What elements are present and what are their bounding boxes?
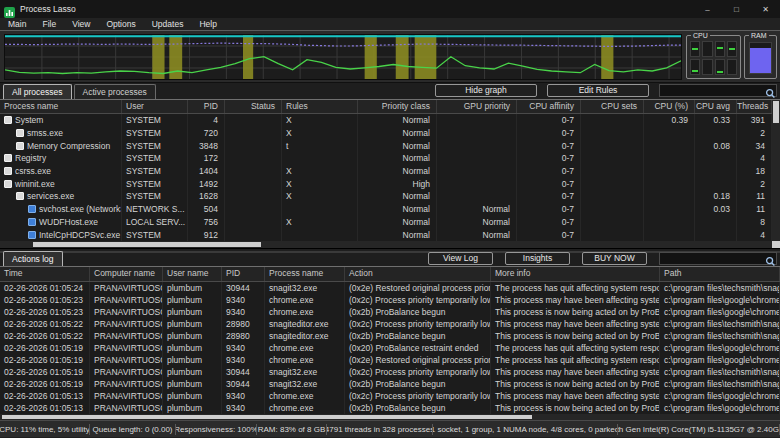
process-row[interactable]: SystemSYSTEM4XNormal0-70.390.33391 [0,114,772,127]
menu-item-help[interactable]: Help [191,18,224,30]
ram-meter [749,42,772,74]
ram-meter-panel: RAM [744,35,777,79]
column-header-computer-name[interactable]: Computer name [90,267,163,281]
process-icon [4,180,12,188]
column-header-path[interactable]: Path [660,267,780,281]
column-header-cpu[interactable]: CPU (%) [644,100,695,113]
process-name: Registry [15,153,46,163]
log-tabs: Actions log [3,253,65,266]
process-row[interactable]: wininit.exeSYSTEM1492XHigh0-72 [0,177,772,190]
process-row[interactable]: svchost.exe (NetworkSer...NETWORK S...50… [0,203,772,216]
buy-now-button[interactable]: BUY NOW [582,252,647,265]
column-header-pid[interactable]: PID [222,267,265,281]
process-table: Process nameUserPIDStatusRulesPriority c… [0,100,780,248]
log-row[interactable]: 02-26-2026 01:05:13PRANAVIRTUOSOplumbum9… [0,390,780,402]
vscroll-thumb[interactable] [773,101,779,123]
hscroll-thumb[interactable] [33,242,261,247]
column-header-status[interactable]: Status [225,100,282,113]
actions-log-table: TimeComputer nameUser namePIDProcess nam… [0,267,780,414]
insights-button[interactable]: Insights [505,252,570,265]
search-icon [765,85,776,96]
tab-active-processes[interactable]: Active processes [74,84,156,99]
process-icon [16,192,24,200]
menu-item-updates[interactable]: Updates [144,18,192,30]
status-segment-5: 1 socket, 1 group, 1 NUMA node, 4/8 core… [433,424,618,435]
process-name: csrss.exe [15,166,51,176]
menu-bar: MainFileViewOptionsUpdatesHelp [0,18,780,31]
title-bar: Process Lasso – □ ✕ [0,0,780,18]
process-icon [16,142,24,150]
column-header-more-info[interactable]: More info [491,267,660,281]
process-table-vscrollbar[interactable] [772,100,780,241]
column-header-process-name[interactable]: Process name [265,267,345,281]
process-row[interactable]: smss.exeSYSTEM720XNormal0-72 [0,127,772,140]
process-name: IntelCpHDCPSvc.exe [cpl... [39,230,122,240]
log-row[interactable]: 02-26-2026 01:05:23PRANAVIRTUOSOplumbum9… [0,294,780,306]
column-header-threads[interactable]: Threads [737,100,772,113]
maximize-button[interactable]: □ [722,0,751,18]
process-icon [28,231,36,239]
process-name: services.exe [27,191,74,201]
process-table-hscrollbar[interactable] [0,241,772,248]
log-search-input[interactable] [660,253,765,264]
status-segment-1: Queue length: 0 (0.00) [90,424,176,435]
cpu-cores-grid [690,41,737,75]
process-row[interactable]: IntelCpHDCPSvc.exe [cpl...SYSTEM912Norma… [0,228,772,241]
process-icon [28,218,36,226]
cpu-core-meter [702,59,712,75]
process-name: svchost.exe (NetworkSer... [39,204,122,214]
search-icon [765,253,776,264]
process-search-input[interactable] [660,85,765,96]
process-icon [28,205,36,213]
tab-actions-log[interactable]: Actions log [3,251,63,266]
status-segment-6: 11th Gen Intel(R) Core(TM) i5-1135G7 @ 2… [618,424,780,435]
process-row[interactable]: services.exeSYSTEM1628XNormal0-70.1811 [0,190,772,203]
column-header-cpu-sets[interactable]: CPU sets [581,100,644,113]
log-row[interactable]: 02-26-2026 01:05:19PRANAVIRTUOSOplumbum3… [0,366,780,378]
minimize-button[interactable]: – [693,0,722,18]
edit-rules-button[interactable]: Edit Rules [547,84,649,97]
log-row[interactable]: 02-26-2026 01:05:22PRANAVIRTUOSOplumbum2… [0,330,780,342]
log-row[interactable]: 02-26-2026 01:05:13PRANAVIRTUOSOplumbum9… [0,402,780,414]
hide-graph-button[interactable]: Hide graph [435,84,537,97]
process-row[interactable]: csrss.exeSYSTEM1404XNormal0-718 [0,165,772,178]
process-row[interactable]: RegistrySYSTEM172Normal0-74 [0,152,772,165]
menu-item-view[interactable]: View [64,18,98,30]
hscroll-thumb[interactable] [2,415,532,419]
log-row[interactable]: 02-26-2026 01:05:19PRANAVIRTUOSOplumbum9… [0,342,780,354]
log-row[interactable]: 02-26-2026 01:05:19PRANAVIRTUOSOplumbum3… [0,378,780,390]
column-header-rules[interactable]: Rules [282,100,358,113]
log-row[interactable]: 02-26-2026 01:05:24PRANAVIRTUOSOplumbum3… [0,282,780,294]
column-header-gpu-priority[interactable]: GPU priority [437,100,517,113]
ram-panel-label: RAM [749,32,769,39]
process-tab-row: All processesActive processes Hide graph… [0,83,780,100]
column-header-pid[interactable]: PID [188,100,225,113]
menu-item-main[interactable]: Main [0,18,34,30]
column-header-cpu-affinity[interactable]: CPU affinity [517,100,581,113]
process-icon [16,129,24,137]
process-row[interactable]: WUDFHost.exeLOCAL SERV...756XNormalNorma… [0,216,772,229]
menu-item-options[interactable]: Options [98,18,143,30]
status-segment-0: CPU: 11% time, 5% utility [0,424,90,435]
column-header-action[interactable]: Action [345,267,491,281]
view-log-button[interactable]: View Log [428,252,493,265]
app-logo-icon [4,4,15,15]
close-button[interactable]: ✕ [751,0,780,18]
menu-item-file[interactable]: File [34,18,64,30]
process-icon [4,116,12,124]
log-hscrollbar[interactable] [0,414,780,420]
log-row[interactable]: 02-26-2026 01:05:23PRANAVIRTUOSOplumbum9… [0,306,780,318]
log-row[interactable]: 02-26-2026 01:05:22PRANAVIRTUOSOplumbum2… [0,318,780,330]
process-icon [4,154,12,162]
column-header-process-name[interactable]: Process name [0,100,122,113]
column-header-user[interactable]: User [122,100,188,113]
column-header-priority-class[interactable]: Priority class [358,100,437,113]
column-header-user-name[interactable]: User name [163,267,222,281]
cpu-core-meter [715,59,725,75]
process-row[interactable]: Memory CompressionSYSTEM3848tNormal0-70.… [0,139,772,152]
tab-all-processes[interactable]: All processes [3,84,72,99]
log-row[interactable]: 02-26-2026 01:05:19PRANAVIRTUOSOplumbum9… [0,354,780,366]
column-header-cpu-avg[interactable]: CPU avg [695,100,737,113]
process-lasso-window: Process Lasso – □ ✕ MainFileViewOptionsU… [0,0,780,438]
column-header-time[interactable]: Time [0,267,90,281]
